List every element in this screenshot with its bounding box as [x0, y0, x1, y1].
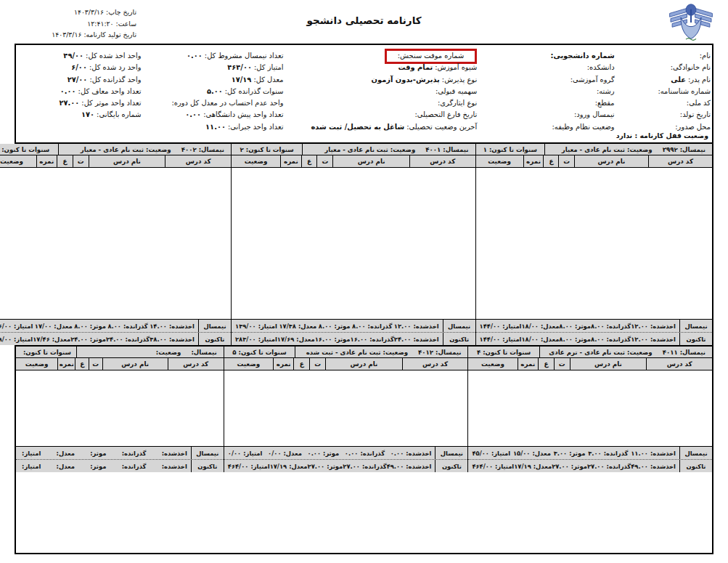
info-field-label: نام:	[700, 52, 711, 60]
info-field-value: ۴۹/۰۰	[63, 52, 83, 60]
col-theory-units: ت	[554, 358, 570, 370]
semester-row-values: اخذشده:۱۲.۰۰ گذرانده:۸.۰۰ موثر:۸.۰۰ معدل…	[476, 320, 679, 332]
years-cell: سنوات تا کنون: ۴	[468, 347, 539, 357]
semester-value: ۴۰۱۲	[418, 349, 433, 356]
years-label: سنوات تا کنون:	[483, 349, 531, 356]
info-field: کد ملی:	[618, 97, 711, 109]
passed-value: ۰.۰۰	[345, 450, 359, 457]
col-practical-units: ع	[301, 155, 317, 167]
cumulative-row-label: تاکنون	[679, 460, 712, 472]
info-field-label: واحد رد شده کل:	[89, 63, 142, 71]
col-practical-units: ع	[543, 155, 558, 167]
col-practical-units: ع	[538, 358, 554, 370]
semester-row-label: نیمسال	[679, 320, 712, 332]
semester-table-header: نیمسال: وضعیت: سنوات تا کنون:	[16, 347, 224, 358]
info-field: نام خانوادگی:	[618, 62, 711, 73]
taken-label: اخذشده:	[650, 463, 676, 470]
years-cell: سنوات تا کنون:	[16, 347, 77, 357]
info-field-label: تعداد واحد جبرانی:	[228, 123, 284, 131]
status-value: ثبت نام عادی - معیار	[81, 146, 144, 153]
info-field-label: شماره شناسنامه:	[658, 87, 711, 95]
status-pair: وضعیت: ثبت نام عادی - معیار	[324, 146, 415, 153]
semester-label: نیمسال:	[443, 146, 468, 153]
col-theory-units: ت	[316, 155, 332, 167]
taken-value: ۰.۰۰	[390, 450, 404, 457]
info-field-label: نوع ایثارگری:	[438, 99, 477, 107]
info-field-value: ۰.۰۰	[60, 87, 76, 95]
col-status: وضعیت	[476, 155, 523, 167]
col-course-name: نام درس	[89, 155, 165, 167]
taken-value: ۱۲.۰۰	[394, 323, 412, 330]
gpa-value: ۱۷/۳۸	[279, 323, 296, 330]
passed-label: گذرانده:	[126, 336, 150, 343]
info-field: امتیاز کل:۴۶۴/۰۰	[147, 62, 283, 73]
status-pair: وضعیت: ثبت نام عادی - معیار	[562, 146, 653, 153]
semester-value: ۴۰۱۱	[663, 349, 678, 356]
info-field-label: محل صدور:	[675, 123, 711, 131]
effective-label: موثر:	[90, 323, 106, 330]
semester-table: نیمسال: ۴۰۱۱ وضعیت: ثبت نام عادی - ترم ع…	[467, 347, 712, 472]
info-field-value: تمام وقت	[398, 63, 433, 71]
info-field: معدل کل:۱۷/۱۹	[147, 74, 283, 86]
years-label: سنوات تا کنون:	[1, 146, 49, 153]
semester-summary-row: نیمسال اخذشده:۱۱.۰۰ گذرانده:۳.۰۰ موثر:۳.…	[468, 447, 712, 459]
years-label: سنوات تا کنون:	[489, 146, 537, 153]
info-field: نام پدر:علی	[618, 74, 711, 86]
semester-value: ۳۹۹۲	[663, 146, 678, 153]
semester-summary-row: نیمسال اخذشده:۱۲.۰۰ گذرانده:۸.۰۰ موثر:۸.…	[476, 320, 712, 332]
score-label: امتیاز:	[258, 336, 277, 343]
col-grade: نمره	[273, 358, 294, 370]
passed-label: گذرانده:	[607, 463, 631, 470]
cumulative-row-values: اخذشده:۲۴.۰۰ گذرانده:۱۶.۰۰ موثر:۱۶.۰۰ مع…	[232, 333, 443, 345]
info-field-label: معدل کل:	[253, 76, 283, 84]
summary-footer: نیمسال اخذشده:۱۲.۰۰ گذرانده:۸.۰۰ موثر:۸.…	[476, 319, 712, 345]
info-field-value: ۲۷/۰۰	[68, 76, 88, 84]
cumulative-summary-row: تاکنون اخذشده:۲۴.۰۰ گذرانده:۱۶.۰۰ موثر:۱…	[232, 332, 475, 345]
semester-row-label: نیمسال	[191, 447, 224, 459]
effective-value: ۲۴.۰۰	[70, 336, 88, 343]
score-label: امتیاز:	[258, 323, 277, 330]
info-field-label: واحد اخذ شده کل:	[86, 52, 141, 60]
info-field: تعداد واحد معاف کل:۰.۰۰	[25, 86, 141, 97]
taken-label: اخذشده:	[162, 450, 187, 457]
generated-date-label: تاریخ تولید کارنامه:	[83, 31, 136, 39]
gpa-label: معدل:	[532, 450, 550, 457]
semester-label: نیمسال:	[199, 146, 224, 153]
info-field: رشته:	[481, 86, 614, 97]
passed-label: گذرانده:	[607, 323, 631, 330]
summary-footer: نیمسال اخذشده:۱۲.۰۰ گذرانده:۸.۰۰ موثر:۸.…	[232, 319, 475, 345]
gpa-label: معدل:	[289, 463, 307, 470]
taken-label: اخذشده:	[169, 336, 195, 343]
gpa-label: معدل:	[533, 463, 552, 470]
passed-value: ۲۷.۰۰	[343, 463, 360, 470]
info-field-value: ۵.۰۰	[207, 87, 223, 95]
col-course-name: نام درس	[332, 155, 409, 167]
effective-label: موثر:	[334, 336, 350, 343]
status-value: ثبت نام عادی - معیار	[562, 146, 625, 153]
taken-label: اخذشده:	[650, 323, 676, 330]
years-value: ۲	[240, 146, 244, 153]
years-cell: سنوات تا کنون: ۱	[476, 144, 545, 155]
col-grade: نمره	[280, 155, 301, 167]
info-field: تعداد نیمسال مشروط کل:۰.۰۰	[147, 50, 283, 62]
years-label: سنوات تا کنون:	[23, 349, 71, 356]
semester-table: نیمسال: ۴۰۰۲ وضعیت: ثبت نام عادی - معیار…	[0, 144, 231, 345]
col-grade: نمره	[523, 155, 544, 167]
transcript-body: نام: نام خانوادگی: نام پدر:علی شماره شنا…	[15, 44, 713, 554]
info-field-label: واحد عدم احتساب در معدل کل دوره:	[171, 99, 283, 107]
years-cell: سنوات تا کنون: ۲	[232, 144, 303, 155]
courses-body	[16, 370, 224, 446]
generated-date-line: تاریخ تولید کارنامه: ۱۴۰۳/۳/۱۶	[20, 29, 136, 41]
gpa-label: معدل:	[541, 336, 559, 343]
info-field-label: رشته:	[597, 87, 615, 95]
status-label: وضعیت:	[627, 349, 653, 356]
info-field: واحد اخذ شده کل:۴۹/۰۰	[25, 50, 141, 62]
status-label: وضعیت:	[383, 349, 408, 356]
semester-row-values: اخذشده: گذرانده: موثر: معدل: امتیاز:	[16, 447, 191, 459]
effective-label: موثر:	[327, 463, 343, 470]
cumulative-row-label: تاکنون	[679, 333, 712, 345]
col-grade: نمره	[57, 358, 75, 370]
cumulative-row-label: تاکنون	[443, 333, 475, 345]
semester-label: نیمسال:	[680, 146, 705, 153]
info-field-value: علی	[671, 76, 686, 84]
